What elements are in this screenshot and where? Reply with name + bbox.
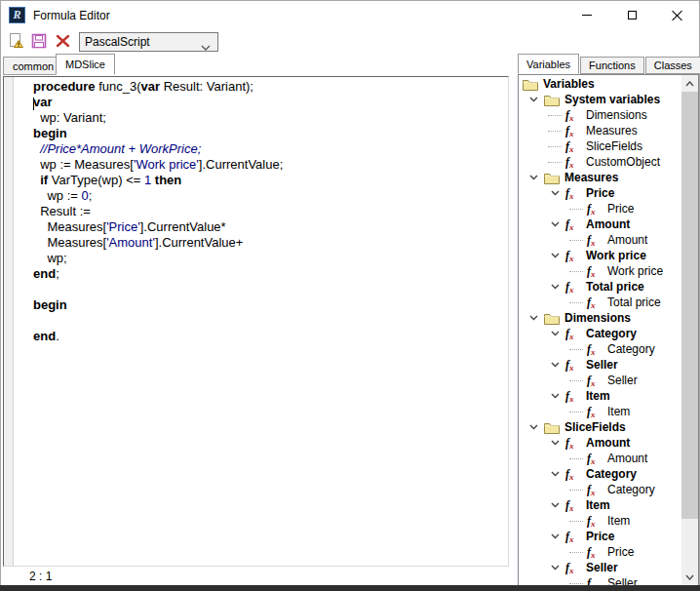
tree-item-slicefields[interactable]: fxSliceFields (519, 138, 681, 154)
expand-chevron-icon[interactable] (544, 497, 565, 513)
expand-chevron-icon[interactable] (523, 170, 544, 185)
tree-item-category[interactable]: fxCategory (519, 326, 681, 341)
tree-item-seller[interactable]: fxSeller (519, 357, 681, 373)
tree-connector-line (565, 295, 587, 310)
tree-item-label: Price (607, 545, 634, 559)
tab-common[interactable]: common (3, 57, 63, 75)
tree-item-measures[interactable]: Measures (519, 170, 681, 185)
dotted-line (569, 412, 583, 413)
tree-item-category[interactable]: fxCategory (519, 482, 681, 497)
maximize-button[interactable] (609, 1, 654, 29)
maximize-icon (628, 11, 637, 20)
chevron-down-icon (201, 40, 211, 54)
expand-chevron-icon[interactable] (544, 279, 565, 295)
caret-position: 2 : 1 (29, 570, 52, 583)
code-line: wp := 0; (33, 188, 508, 204)
dotted-line (569, 209, 583, 210)
chevron-up-icon (685, 81, 694, 87)
tree-item-system-variables[interactable]: System variables (519, 92, 681, 107)
code-text[interactable]: procedure func_3(var Result: Variant);va… (14, 77, 508, 566)
tree-item-seller[interactable]: fxSeller (519, 373, 681, 388)
expand-chevron-icon[interactable] (544, 248, 565, 263)
expand-chevron-icon[interactable] (544, 326, 565, 341)
tree-item-seller[interactable]: fxSeller (519, 575, 681, 585)
fx-function-icon: fx (587, 373, 604, 388)
tree-item-dimensions[interactable]: fxDimensions (519, 107, 681, 123)
tree-item-amount[interactable]: fxAmount (519, 451, 681, 466)
tree-item-work-price[interactable]: fxWork price (519, 248, 681, 263)
tree-item-amount[interactable]: fxAmount (519, 435, 681, 451)
expand-chevron-icon[interactable] (544, 466, 565, 482)
tree-item-label: Category (586, 327, 637, 340)
minimize-icon (582, 15, 592, 16)
save-button[interactable] (28, 32, 50, 52)
title-bar[interactable]: R Formula Editor (1, 1, 699, 29)
expand-chevron-icon[interactable] (544, 435, 565, 451)
expand-chevron-icon[interactable] (544, 560, 565, 575)
code-line: end; (33, 266, 508, 282)
tab-functions[interactable]: Functions (580, 57, 644, 74)
tab-variables[interactable]: Variables (518, 54, 579, 74)
tree-item-price[interactable]: fxPrice (519, 544, 681, 560)
expand-chevron-icon[interactable] (544, 529, 565, 544)
expand-chevron-icon[interactable] (544, 357, 565, 373)
scrollbar-thumb[interactable] (681, 92, 698, 519)
tree-item-variables[interactable]: Variables (519, 76, 681, 92)
close-button[interactable] (654, 1, 699, 29)
code-editor[interactable]: procedure func_3(var Result: Variant);va… (3, 76, 509, 567)
tree-item-price[interactable]: fxPrice (519, 185, 681, 201)
tree-connector-line (544, 138, 565, 154)
expand-chevron-icon[interactable] (544, 217, 565, 232)
tree-item-label: Category (607, 483, 655, 496)
folder-icon (544, 170, 562, 185)
tree-item-total-price[interactable]: fxTotal price (519, 279, 681, 295)
tab-classes[interactable]: Classes (645, 57, 700, 74)
tree-item-label: Work price (586, 249, 646, 262)
tree-item-work-price[interactable]: fxWork price (519, 263, 681, 279)
delete-button[interactable] (52, 32, 73, 52)
code-line: wp: Variant; (33, 110, 508, 126)
expand-chevron-icon[interactable] (523, 92, 544, 107)
tree-item-dimensions[interactable]: Dimensions (519, 310, 681, 326)
code-line: if VarType(wp) <= 1 then (33, 173, 508, 188)
code-line: //Price*Amount + WorkPrice; (33, 141, 508, 157)
folder-icon (544, 92, 562, 107)
tree-item-total-price[interactable]: fxTotal price (519, 295, 681, 310)
language-dropdown-value: PascalScript (85, 35, 150, 49)
scroll-down-button[interactable] (681, 569, 698, 585)
tree-item-item[interactable]: fxItem (519, 388, 681, 404)
scroll-up-button[interactable] (681, 75, 698, 92)
tree-item-customobject[interactable]: fxCustomObject (519, 154, 681, 170)
expand-chevron-icon[interactable] (523, 419, 544, 435)
status-bar: 2 : 1 (3, 567, 509, 585)
tree-connector-line (544, 123, 565, 138)
tree-item-slicefields[interactable]: SliceFields (519, 419, 681, 435)
check-syntax-button[interactable] (5, 32, 26, 52)
minimize-button[interactable] (564, 1, 609, 29)
tree-item-price[interactable]: fxPrice (519, 201, 681, 217)
tree-item-price[interactable]: fxPrice (519, 529, 681, 544)
dotted-line (548, 146, 562, 147)
tree-item-label: Dimensions (586, 108, 647, 122)
tab-mdslice[interactable]: MDSlice (56, 54, 115, 75)
tree-item-item[interactable]: fxItem (519, 497, 681, 513)
tree-item-amount[interactable]: fxAmount (519, 217, 681, 232)
language-dropdown[interactable]: PascalScript (79, 32, 218, 52)
expand-chevron-icon[interactable] (544, 185, 565, 201)
tree-item-amount[interactable]: fxAmount (519, 232, 681, 248)
tree-item-category[interactable]: fxCategory (519, 466, 681, 482)
expand-chevron-icon[interactable] (523, 310, 544, 326)
fx-function-icon: fx (587, 341, 604, 357)
tree-item-item[interactable]: fxItem (519, 513, 681, 529)
tree-item-label: System variables (564, 93, 660, 106)
tree-item-measures[interactable]: fxMeasures (519, 123, 681, 138)
fx-function-icon: fx (587, 451, 604, 466)
tree-item-item[interactable]: fxItem (519, 404, 681, 419)
tree-item-category[interactable]: fxCategory (519, 341, 681, 357)
tree-item-seller[interactable]: fxSeller (519, 560, 681, 575)
folder-icon (523, 76, 540, 92)
tree-scrollbar[interactable] (681, 75, 698, 585)
fx-function-icon: fx (565, 154, 583, 170)
expand-chevron-icon[interactable] (544, 388, 565, 404)
folder-icon (544, 419, 562, 435)
